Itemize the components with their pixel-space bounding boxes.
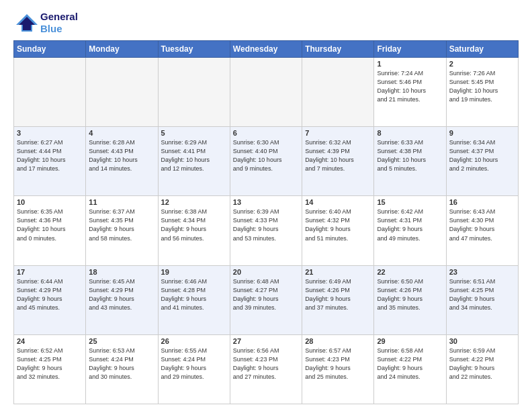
day-number: 29 bbox=[377, 337, 443, 345]
calendar-day-cell: 6Sunrise: 6:30 AM Sunset: 4:40 PM Daylig… bbox=[230, 127, 302, 196]
day-info: Sunrise: 6:27 AM Sunset: 4:44 PM Dayligh… bbox=[17, 138, 83, 173]
calendar-week-row: 17Sunrise: 6:44 AM Sunset: 4:29 PM Dayli… bbox=[14, 265, 519, 334]
day-info: Sunrise: 6:28 AM Sunset: 4:43 PM Dayligh… bbox=[89, 138, 154, 173]
calendar-day-cell: 8Sunrise: 6:33 AM Sunset: 4:38 PM Daylig… bbox=[374, 127, 446, 196]
day-info: Sunrise: 6:57 AM Sunset: 4:23 PM Dayligh… bbox=[305, 347, 371, 381]
day-info: Sunrise: 6:45 AM Sunset: 4:29 PM Dayligh… bbox=[89, 277, 154, 312]
day-info: Sunrise: 6:55 AM Sunset: 4:24 PM Dayligh… bbox=[161, 347, 227, 381]
day-info: Sunrise: 6:29 AM Sunset: 4:41 PM Dayligh… bbox=[161, 138, 227, 173]
calendar-day-cell: 18Sunrise: 6:45 AM Sunset: 4:29 PM Dayli… bbox=[86, 265, 158, 334]
day-info: Sunrise: 6:46 AM Sunset: 4:28 PM Dayligh… bbox=[161, 277, 227, 312]
day-info: Sunrise: 6:43 AM Sunset: 4:30 PM Dayligh… bbox=[449, 208, 515, 242]
day-number: 9 bbox=[449, 129, 515, 137]
calendar-day-cell: 24Sunrise: 6:52 AM Sunset: 4:25 PM Dayli… bbox=[14, 334, 86, 404]
day-number: 17 bbox=[17, 268, 83, 276]
day-number: 24 bbox=[17, 337, 83, 345]
calendar-day-cell bbox=[302, 58, 374, 127]
day-number: 15 bbox=[377, 198, 443, 206]
day-number: 23 bbox=[449, 268, 515, 276]
day-number: 12 bbox=[161, 198, 227, 206]
day-number: 30 bbox=[449, 337, 515, 345]
weekday-header: Wednesday bbox=[230, 41, 302, 58]
day-number: 25 bbox=[89, 337, 154, 345]
calendar-day-cell: 21Sunrise: 6:49 AM Sunset: 4:26 PM Dayli… bbox=[302, 265, 374, 334]
day-info: Sunrise: 7:26 AM Sunset: 5:45 PM Dayligh… bbox=[449, 69, 515, 104]
page: General Blue SundayMondayTuesdayWednesda… bbox=[0, 0, 532, 411]
day-info: Sunrise: 6:37 AM Sunset: 4:35 PM Dayligh… bbox=[89, 208, 154, 242]
calendar-day-cell: 4Sunrise: 6:28 AM Sunset: 4:43 PM Daylig… bbox=[86, 127, 158, 196]
day-number: 8 bbox=[377, 129, 443, 137]
calendar-week-row: 1Sunrise: 7:24 AM Sunset: 5:46 PM Daylig… bbox=[14, 58, 519, 127]
day-info: Sunrise: 6:35 AM Sunset: 4:36 PM Dayligh… bbox=[17, 208, 83, 242]
weekday-header: Thursday bbox=[302, 41, 374, 58]
day-info: Sunrise: 6:39 AM Sunset: 4:33 PM Dayligh… bbox=[233, 208, 299, 242]
calendar-week-row: 24Sunrise: 6:52 AM Sunset: 4:25 PM Dayli… bbox=[14, 334, 519, 404]
day-info: Sunrise: 6:49 AM Sunset: 4:26 PM Dayligh… bbox=[305, 277, 371, 312]
calendar-day-cell bbox=[230, 58, 302, 127]
day-number: 10 bbox=[17, 198, 83, 206]
logo-icon bbox=[13, 13, 38, 33]
day-number: 18 bbox=[89, 268, 154, 276]
weekday-header: Friday bbox=[374, 41, 446, 58]
calendar-day-cell: 19Sunrise: 6:46 AM Sunset: 4:28 PM Dayli… bbox=[158, 265, 230, 334]
calendar-day-cell: 20Sunrise: 6:48 AM Sunset: 4:27 PM Dayli… bbox=[230, 265, 302, 334]
day-number: 26 bbox=[161, 337, 227, 345]
calendar-week-row: 3Sunrise: 6:27 AM Sunset: 4:44 PM Daylig… bbox=[14, 127, 519, 196]
day-info: Sunrise: 6:42 AM Sunset: 4:31 PM Dayligh… bbox=[377, 208, 443, 242]
day-info: Sunrise: 6:40 AM Sunset: 4:32 PM Dayligh… bbox=[305, 208, 371, 242]
day-info: Sunrise: 6:34 AM Sunset: 4:37 PM Dayligh… bbox=[449, 138, 515, 173]
weekday-header: Sunday bbox=[14, 41, 86, 58]
calendar-day-cell bbox=[14, 58, 86, 127]
day-info: Sunrise: 7:24 AM Sunset: 5:46 PM Dayligh… bbox=[377, 69, 443, 104]
weekday-header: Saturday bbox=[446, 41, 518, 58]
calendar-day-cell: 10Sunrise: 6:35 AM Sunset: 4:36 PM Dayli… bbox=[14, 196, 86, 265]
day-info: Sunrise: 6:56 AM Sunset: 4:23 PM Dayligh… bbox=[233, 347, 299, 381]
day-number: 2 bbox=[449, 60, 515, 68]
day-info: Sunrise: 6:44 AM Sunset: 4:29 PM Dayligh… bbox=[17, 277, 83, 312]
calendar-day-cell: 5Sunrise: 6:29 AM Sunset: 4:41 PM Daylig… bbox=[158, 127, 230, 196]
calendar-day-cell: 27Sunrise: 6:56 AM Sunset: 4:23 PM Dayli… bbox=[230, 334, 302, 404]
day-number: 20 bbox=[233, 268, 299, 276]
calendar-day-cell: 3Sunrise: 6:27 AM Sunset: 4:44 PM Daylig… bbox=[14, 127, 86, 196]
day-info: Sunrise: 6:58 AM Sunset: 4:22 PM Dayligh… bbox=[377, 347, 443, 381]
calendar-day-cell bbox=[158, 58, 230, 127]
calendar-day-cell: 12Sunrise: 6:38 AM Sunset: 4:34 PM Dayli… bbox=[158, 196, 230, 265]
calendar-day-cell: 15Sunrise: 6:42 AM Sunset: 4:31 PM Dayli… bbox=[374, 196, 446, 265]
calendar-day-cell: 29Sunrise: 6:58 AM Sunset: 4:22 PM Dayli… bbox=[374, 334, 446, 404]
day-number: 3 bbox=[17, 129, 83, 137]
calendar-day-cell: 22Sunrise: 6:50 AM Sunset: 4:26 PM Dayli… bbox=[374, 265, 446, 334]
day-info: Sunrise: 6:48 AM Sunset: 4:27 PM Dayligh… bbox=[233, 277, 299, 312]
calendar-day-cell: 1Sunrise: 7:24 AM Sunset: 5:46 PM Daylig… bbox=[374, 58, 446, 127]
day-number: 6 bbox=[233, 129, 299, 137]
calendar-day-cell: 14Sunrise: 6:40 AM Sunset: 4:32 PM Dayli… bbox=[302, 196, 374, 265]
calendar-day-cell: 13Sunrise: 6:39 AM Sunset: 4:33 PM Dayli… bbox=[230, 196, 302, 265]
day-info: Sunrise: 6:32 AM Sunset: 4:39 PM Dayligh… bbox=[305, 138, 371, 173]
calendar-day-cell: 11Sunrise: 6:37 AM Sunset: 4:35 PM Dayli… bbox=[86, 196, 158, 265]
day-number: 13 bbox=[233, 198, 299, 206]
calendar-day-cell: 9Sunrise: 6:34 AM Sunset: 4:37 PM Daylig… bbox=[446, 127, 518, 196]
day-info: Sunrise: 6:30 AM Sunset: 4:40 PM Dayligh… bbox=[233, 138, 299, 173]
calendar-table: SundayMondayTuesdayWednesdayThursdayFrid… bbox=[13, 40, 519, 404]
day-number: 1 bbox=[377, 60, 443, 68]
day-number: 19 bbox=[161, 268, 227, 276]
day-info: Sunrise: 6:52 AM Sunset: 4:25 PM Dayligh… bbox=[17, 347, 83, 381]
day-number: 7 bbox=[305, 129, 371, 137]
calendar-day-cell: 23Sunrise: 6:51 AM Sunset: 4:25 PM Dayli… bbox=[446, 265, 518, 334]
day-info: Sunrise: 6:38 AM Sunset: 4:34 PM Dayligh… bbox=[161, 208, 227, 242]
logo-text: General Blue bbox=[40, 11, 78, 35]
calendar-day-cell bbox=[86, 58, 158, 127]
weekday-header: Tuesday bbox=[158, 41, 230, 58]
day-info: Sunrise: 6:51 AM Sunset: 4:25 PM Dayligh… bbox=[449, 277, 515, 312]
calendar-day-cell: 25Sunrise: 6:53 AM Sunset: 4:24 PM Dayli… bbox=[86, 334, 158, 404]
day-info: Sunrise: 6:59 AM Sunset: 4:22 PM Dayligh… bbox=[449, 347, 515, 381]
day-number: 21 bbox=[305, 268, 371, 276]
calendar-day-cell: 30Sunrise: 6:59 AM Sunset: 4:22 PM Dayli… bbox=[446, 334, 518, 404]
weekday-header: Monday bbox=[86, 41, 158, 58]
calendar-day-cell: 17Sunrise: 6:44 AM Sunset: 4:29 PM Dayli… bbox=[14, 265, 86, 334]
day-info: Sunrise: 6:53 AM Sunset: 4:24 PM Dayligh… bbox=[89, 347, 154, 381]
calendar-day-cell: 28Sunrise: 6:57 AM Sunset: 4:23 PM Dayli… bbox=[302, 334, 374, 404]
svg-marker-1 bbox=[19, 17, 35, 30]
day-number: 5 bbox=[161, 129, 227, 137]
header: General Blue bbox=[13, 11, 519, 35]
day-number: 14 bbox=[305, 198, 371, 206]
